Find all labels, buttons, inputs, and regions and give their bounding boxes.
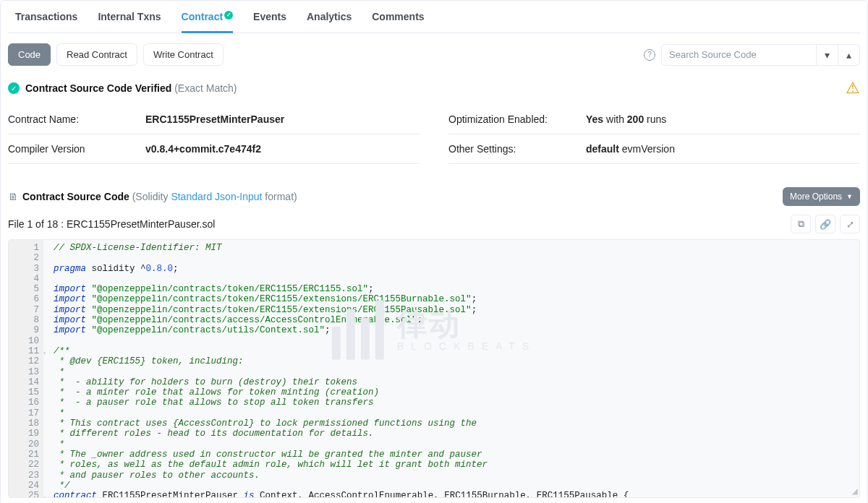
- copy-icon: ⧉: [798, 218, 804, 230]
- main-tabs: TransactionsInternal TxnsContract✓Events…: [8, 1, 860, 33]
- chevron-up-icon: ▴: [846, 49, 851, 61]
- copy-button[interactable]: ⧉: [791, 215, 811, 233]
- tab-transactions[interactable]: Transactions: [15, 1, 77, 33]
- contract-info-grid: Contract Name: ERC1155PresetMinterPauser…: [8, 105, 860, 179]
- chevron-down-icon: ▼: [846, 193, 853, 200]
- warning-icon[interactable]: ⚠: [846, 79, 860, 98]
- resize-handle[interactable]: ◢: [852, 485, 858, 497]
- permalink-button[interactable]: 🔗: [815, 215, 835, 233]
- source-format-suffix: format): [262, 191, 297, 202]
- verified-row: ✓ Contract Source Code Verified (Exact M…: [8, 76, 860, 105]
- label-contract-name: Contract Name:: [8, 113, 145, 125]
- line-gutter: 1234567891011▾12131415161718192021222324…: [9, 240, 43, 497]
- expand-icon: ⤢: [846, 219, 854, 230]
- search-collapse-button[interactable]: ▴: [838, 44, 860, 66]
- code-content: // SPDX-License-Identifier: MITpragma so…: [43, 240, 859, 497]
- value-other-settings: default evmVersion: [586, 143, 860, 155]
- help-icon[interactable]: ?: [644, 49, 655, 61]
- code-editor[interactable]: 律动 BLOCKBEATS 1234567891011▾121314151617…: [8, 239, 860, 498]
- label-optimization: Optimization Enabled:: [448, 113, 586, 125]
- subtab-code[interactable]: Code: [8, 43, 51, 66]
- label-compiler-version: Compiler Version: [8, 143, 145, 155]
- more-options-button[interactable]: More Options▼: [783, 187, 860, 206]
- tab-contract[interactable]: Contract✓: [182, 1, 234, 33]
- search-source-input[interactable]: [661, 44, 817, 66]
- label-other-settings: Other Settings:: [448, 143, 586, 155]
- document-icon: 🗎: [8, 191, 18, 202]
- verified-badge-icon: ✓: [224, 11, 233, 20]
- search-dropdown-button[interactable]: ▾: [817, 44, 838, 66]
- subtab-write-contract[interactable]: Write Contract: [143, 43, 224, 66]
- verified-match: (Exact Match): [174, 82, 237, 94]
- expand-button[interactable]: ⤢: [840, 215, 860, 233]
- subtab-read-contract[interactable]: Read Contract: [56, 43, 137, 66]
- json-input-link[interactable]: Standard Json-Input: [171, 191, 262, 202]
- verified-title: Contract Source Code Verified: [25, 82, 171, 94]
- tab-analytics[interactable]: Analytics: [307, 1, 352, 33]
- source-format-prefix: (Solidity: [129, 191, 171, 202]
- contract-sub-toolbar: Code Read Contract Write Contract ? ▾ ▴: [8, 33, 860, 76]
- tab-events[interactable]: Events: [253, 1, 286, 33]
- tab-comments[interactable]: Comments: [372, 1, 424, 33]
- link-icon: 🔗: [820, 219, 831, 230]
- tab-internal-txns[interactable]: Internal Txns: [98, 1, 161, 33]
- file-indicator: File 1 of 18 : ERC1155PresetMinterPauser…: [8, 218, 215, 230]
- value-optimization: Yes with 200 runs: [586, 113, 860, 125]
- chevron-down-icon: ▾: [825, 49, 830, 61]
- value-compiler-version: v0.8.4+commit.c7e474f2: [145, 143, 420, 155]
- verified-check-icon: ✓: [8, 82, 20, 94]
- value-contract-name: ERC1155PresetMinterPauser: [145, 113, 420, 125]
- source-title: Contract Source Code: [22, 191, 129, 202]
